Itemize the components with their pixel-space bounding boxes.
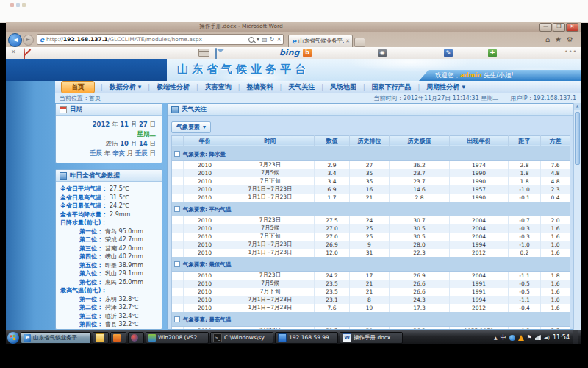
highlight-icon[interactable]: ✎ (444, 49, 453, 57)
nav-item-3[interactable]: 灾害查询 (198, 82, 238, 92)
pinned-app-media[interactable] (128, 332, 144, 344)
nav-item-5[interactable]: 天气关注 (282, 82, 321, 92)
rank-value: 东明 32.8℃ (105, 296, 138, 302)
taskbar-window-3[interactable]: 192.168.59.99... (275, 332, 338, 344)
card-icon[interactable] (198, 49, 209, 57)
rank-value: 临沂 32.4℃ (105, 313, 138, 319)
scroll-up-arrow[interactable]: ▲ (574, 103, 581, 110)
table-row[interactable]: 20107月1日~7月23日26.9928.01994-1.01.0 (172, 241, 570, 249)
nav-item-8[interactable]: 周期性分析 ▾ (420, 82, 472, 92)
address-bar[interactable]: e http://192.168.137.1/GLCCLIMATE/module… (37, 34, 284, 45)
back-button[interactable]: ◄ (8, 33, 22, 47)
taskbar-window-2[interactable]: >_C:\Windows\sy... (210, 332, 273, 344)
table-row[interactable]: 20107月5候23.52126.61991-0.51.6 (172, 280, 570, 288)
home-icon[interactable]: ⌂ (545, 35, 550, 43)
browser-tab[interactable]: e 山东省气候业务平... ✕ (288, 35, 353, 47)
compatibility-icon[interactable]: ▤ (262, 36, 268, 43)
cell-1: 7月下旬 (226, 288, 315, 296)
nav-item-4[interactable]: 整编资料 (240, 82, 279, 92)
nav-item-1[interactable]: 数据分析 ▾ (103, 82, 148, 92)
taskbar-window-0[interactable]: e山东省气候业务平... (21, 332, 91, 344)
stat-label: 全省平均降水量： (60, 211, 107, 218)
addons-puzzle-icon[interactable]: ✚ (488, 49, 497, 57)
taskbar-window-1[interactable]: Win2008 (VS2... (146, 332, 209, 344)
column-header-6[interactable]: 距平 (509, 135, 541, 146)
action-center-flag-icon[interactable]: ⚑ (527, 334, 532, 341)
table-row[interactable]: 20101月1日~7月23日12.03122.320120.21.6 (172, 249, 570, 257)
nav-item-2[interactable]: 极端性分析 (150, 82, 196, 92)
table-row[interactable]: 20101月1日~7月23日7.61917.32012-0.41.6 (172, 304, 570, 312)
search-dropdown-icon[interactable]: ▾ (257, 36, 259, 43)
tools-gear-icon[interactable]: ⚙ (567, 35, 573, 43)
refresh-icon[interactable]: ↻ (270, 36, 275, 43)
new-tab-button[interactable] (354, 38, 365, 47)
table-row[interactable]: 20101月1日~7月23日1.7212.81990-0.10.4 (172, 194, 570, 202)
table-row[interactable]: 20107月23日2.92736.219742.87.6 (172, 160, 570, 169)
snapshot-icon[interactable]: ◉ (378, 49, 387, 57)
column-header-2[interactable]: 数值 (315, 135, 350, 146)
media-icon (131, 334, 138, 342)
table-row[interactable]: 20107月1日~7月23日23.1824.31994-1.11.0 (172, 296, 570, 304)
column-header-7[interactable]: 方差 (541, 135, 570, 146)
cell-0: 2010 (184, 233, 226, 241)
close-button[interactable]: ✕ (566, 23, 578, 32)
table-row[interactable]: 20107月1日~7月23日6.91614.61957-1.02.3 (172, 185, 570, 194)
table-row[interactable]: 20107月23日24.21726.92004-1.11.8 (172, 271, 570, 280)
column-header-3[interactable]: 历史排位 (350, 135, 390, 146)
show-desktop-button[interactable] (573, 330, 578, 345)
row-select-cell (172, 296, 184, 304)
cell-6: 1.8 (509, 169, 541, 177)
table-row[interactable]: 20107月下旬27.02530.52004-0.31.6 (172, 233, 570, 241)
date-token: 月 (125, 149, 135, 157)
network-icon[interactable] (535, 335, 541, 340)
toolbar-more-icon[interactable]: ••• (564, 49, 577, 55)
stop-icon[interactable]: ✕ (276, 36, 282, 43)
group-checkbox[interactable] (174, 151, 180, 157)
minimize-button[interactable]: — (539, 23, 552, 32)
taskbar-window-4[interactable]: W操作手册.docx ... (340, 332, 403, 344)
table-row[interactable]: 20107月23日27.52430.72004-0.72.0 (172, 216, 570, 224)
column-header-1[interactable]: 时间 (226, 135, 315, 146)
element-filter-button[interactable]: 气象要素▾ (171, 121, 211, 133)
date-token: 11 (120, 121, 129, 128)
cell-5: 1990 (450, 177, 509, 185)
bing-logo[interactable]: bing (279, 48, 299, 57)
maximize-button[interactable]: ❐ (553, 23, 565, 32)
forward-button[interactable]: ► (23, 35, 34, 46)
cell-5: 1990 (450, 169, 509, 177)
win-icon (148, 334, 156, 342)
start-button[interactable] (7, 332, 19, 344)
group-checkbox[interactable] (174, 206, 180, 212)
table-row[interactable]: 20107月下旬23.52126.61991-0.51.6 (172, 288, 570, 296)
table-row[interactable]: 20107月下旬3.43523.719901.84.8 (172, 177, 570, 185)
pinned-app-app-orange[interactable] (110, 332, 126, 344)
bing-app-icon[interactable]: b (303, 49, 312, 57)
tab-close-icon[interactable]: ✕ (345, 38, 350, 44)
column-header-5[interactable]: 出现年份 (450, 135, 509, 146)
speaker-icon[interactable]: ◄) (544, 335, 550, 341)
taskbar: e山东省气候业务平...Win2008 (VS2...>_C:\Windows\… (6, 330, 581, 344)
scrollbar-thumb[interactable] (575, 112, 580, 165)
cell-7: 1.8 (541, 271, 570, 280)
favorites-star-icon[interactable]: ★ (555, 35, 562, 43)
cell-3: 35 (350, 177, 390, 185)
tray-expand-icon[interactable]: ▲ (494, 335, 498, 340)
column-header-0[interactable]: 年份 (184, 135, 226, 146)
pinned-app-folder[interactable] (93, 332, 109, 344)
column-header-4[interactable]: 历史极值 (390, 135, 450, 146)
ime-indicator[interactable]: 中 (501, 333, 506, 342)
nav-item-0[interactable]: 首页 (61, 81, 95, 93)
nav-item-6[interactable]: 风场地图 (323, 82, 363, 92)
group-checkbox[interactable] (174, 316, 180, 322)
table-row[interactable]: 20107月5候27.02530.52004-0.31.6 (172, 224, 570, 233)
table-row[interactable]: 20107月5候3.43523.719901.84.8 (172, 169, 570, 177)
header-logo-block (6, 59, 167, 81)
flame-tray-icon[interactable] (518, 335, 524, 341)
rank-label: 第二位： (79, 236, 103, 243)
group-checkbox[interactable] (174, 261, 180, 267)
vertical-scrollbar[interactable]: ▲ (573, 103, 581, 330)
nav-item-7[interactable]: 国家下行产品 (365, 82, 418, 92)
toolbar-close-icon[interactable]: ✕ (11, 49, 16, 55)
security-tray-icon[interactable] (509, 335, 515, 341)
search-icon[interactable] (248, 37, 254, 43)
